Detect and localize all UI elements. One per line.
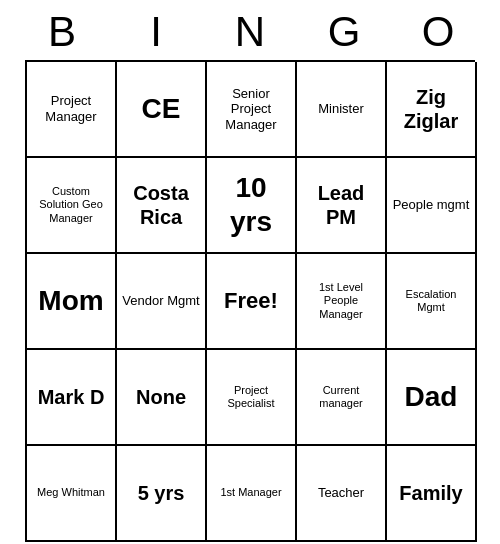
letter-i: I — [113, 8, 199, 56]
cell-2-4: Escalation Mgmt — [387, 254, 477, 350]
cell-0-4: Zig Ziglar — [387, 62, 477, 158]
bingo-grid: Project ManagerCESenior Project ManagerM… — [25, 60, 475, 542]
cell-0-2: Senior Project Manager — [207, 62, 297, 158]
bingo-header: B I N G O — [15, 0, 485, 60]
cell-1-0: Custom Solution Geo Manager — [27, 158, 117, 254]
cell-4-1: 5 yrs — [117, 446, 207, 542]
cell-0-0: Project Manager — [27, 62, 117, 158]
cell-1-4: People mgmt — [387, 158, 477, 254]
letter-b: B — [19, 8, 105, 56]
cell-2-3: 1st Level People Manager — [297, 254, 387, 350]
cell-3-2: Project Specialist — [207, 350, 297, 446]
cell-4-2: 1st Manager — [207, 446, 297, 542]
letter-n: N — [207, 8, 293, 56]
cell-1-3: Lead PM — [297, 158, 387, 254]
cell-4-3: Teacher — [297, 446, 387, 542]
cell-1-2: 10 yrs — [207, 158, 297, 254]
cell-0-3: Minister — [297, 62, 387, 158]
cell-4-0: Meg Whitman — [27, 446, 117, 542]
cell-2-2: Free! — [207, 254, 297, 350]
cell-2-1: Vendor Mgmt — [117, 254, 207, 350]
cell-3-0: Mark D — [27, 350, 117, 446]
cell-1-1: Costa Rica — [117, 158, 207, 254]
cell-0-1: CE — [117, 62, 207, 158]
letter-g: G — [301, 8, 387, 56]
cell-3-3: Current manager — [297, 350, 387, 446]
cell-4-4: Family — [387, 446, 477, 542]
cell-2-0: Mom — [27, 254, 117, 350]
cell-3-4: Dad — [387, 350, 477, 446]
letter-o: O — [395, 8, 481, 56]
cell-3-1: None — [117, 350, 207, 446]
